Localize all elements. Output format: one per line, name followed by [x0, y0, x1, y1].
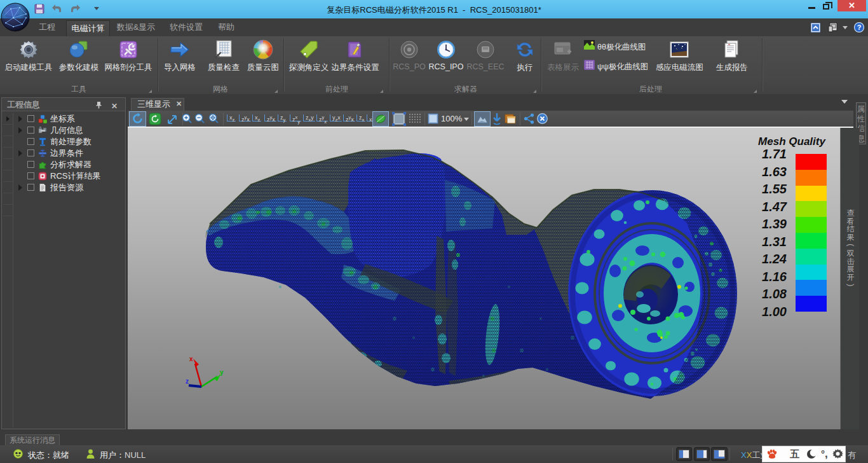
- svg-text:z: z: [186, 378, 189, 385]
- svg-text:x: x: [189, 356, 193, 363]
- svg-text:?: ?: [857, 24, 862, 31]
- svg-text:y: y: [220, 369, 224, 376]
